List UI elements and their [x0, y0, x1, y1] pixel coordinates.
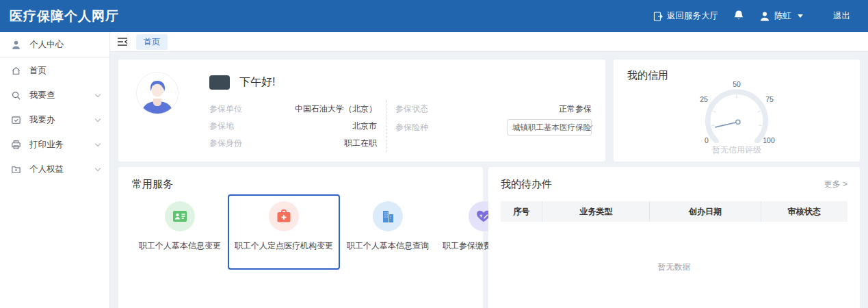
sidebar-item-query[interactable]: 我要查 [0, 83, 109, 107]
gauge-tick-75: 75 [765, 95, 774, 103]
home-icon [11, 66, 21, 76]
sidebar-item-label: 首页 [29, 65, 100, 77]
printer-icon [11, 140, 21, 150]
chevron-down-icon [95, 165, 101, 170]
profile-body: 下午好! 参保单位 中国石油大学（北京） 参保地 北京市 [209, 72, 592, 162]
gauge-tick-50: 50 [733, 80, 741, 88]
sidebar-item-label: 打印业务 [29, 139, 88, 151]
more-link[interactable]: 更多 > [824, 179, 847, 190]
insurance-type-select[interactable]: 城镇职工基本医疗保险 [507, 119, 592, 136]
todo-title: 我的待办件 [501, 178, 552, 191]
service-basic-info-query[interactable]: 职工个人基本信息查询 [340, 194, 436, 270]
chevron-down-icon [798, 14, 803, 18]
gauge-tick-25: 25 [700, 95, 708, 103]
selected-option: 城镇职工基本医疗保险 [512, 123, 591, 133]
field-insured-status: 参保状态 正常参保 [395, 101, 592, 118]
field-label: 参保地 [209, 120, 234, 132]
sidebar-item-label: 我要办 [29, 114, 88, 126]
field-insured-place: 参保地 北京市 [209, 118, 377, 135]
services-title: 常用服务 [132, 178, 473, 191]
column-header-status: 审核状态 [761, 201, 847, 222]
notification-bell-icon[interactable] [733, 10, 744, 23]
field-insured-identity: 参保身份 职工在职 [209, 135, 377, 152]
credit-card: 我的信用 0 25 50 75 100 暂无信用评级 [614, 60, 860, 162]
profile-card: 下午好! 参保单位 中国石油大学（北京） 参保地 北京市 [118, 60, 605, 162]
sidebar-item-label: 我要查 [29, 90, 88, 101]
username: 陈虹 [774, 10, 791, 22]
gauge-tick-100: 100 [763, 136, 775, 143]
user-icon [759, 11, 770, 22]
chevron-down-icon [95, 140, 101, 146]
menu-fold-icon[interactable] [117, 37, 128, 47]
sidebar-item-home[interactable]: 首页 [0, 58, 109, 83]
service-basic-info-change[interactable]: 职工个人基本信息变更 [132, 194, 228, 270]
folder-check-icon [11, 115, 21, 125]
building-icon [373, 201, 403, 231]
column-header-seq: 序号 [501, 201, 542, 222]
services-card: 常用服务 职工个人基本信息变更 职工个人定点医疗机构变更 [118, 167, 483, 308]
folder-plus-icon [11, 164, 21, 175]
return-hall-icon [653, 12, 663, 21]
profile-right-column: 参保状态 正常参保 参保险种 城镇职工基本医疗保险 [386, 101, 592, 152]
field-insurance-type: 参保险种 城镇职工基本医疗保险 [395, 118, 592, 137]
column-header-type: 业务类型 [542, 201, 650, 222]
profile-left-column: 参保单位 中国石油大学（北京） 参保地 北京市 参保身份 职工在职 [209, 101, 386, 152]
field-label: 参保身份 [209, 138, 242, 149]
tabbar: 首页 [110, 32, 868, 52]
sidebar-item-handle[interactable]: 我要办 [0, 107, 109, 132]
service-items: 职工个人基本信息变更 职工个人定点医疗机构变更 职工个人基本信息查询 [132, 194, 473, 270]
greeting-text: 下午好! [239, 75, 275, 90]
field-label: 参保单位 [209, 103, 242, 115]
app-title: 医疗保障个人网厅 [10, 8, 119, 25]
id-card-icon [165, 201, 195, 231]
search-icon [11, 90, 21, 101]
person-icon [11, 40, 21, 50]
service-label: 职工个人基本信息查询 [344, 240, 432, 252]
main-content: 下午好! 参保单位 中国石油大学（北京） 参保地 北京市 [110, 52, 868, 308]
app-header: 医疗保障个人网厅 返回服务大厅 陈虹 退出 [0, 0, 868, 32]
user-menu[interactable]: 陈虹 [759, 10, 803, 22]
page: 医疗保障个人网厅 返回服务大厅 陈虹 退出 [0, 0, 868, 308]
sidebar-item-personal-center[interactable]: 个人中心 [0, 32, 109, 58]
column-header-date: 创办日期 [650, 201, 761, 222]
service-medical-institution-change[interactable]: 职工个人定点医疗机构变更 [228, 194, 340, 270]
redacted-name-block [209, 75, 230, 90]
sidebar-item-label: 个人权益 [29, 164, 88, 175]
field-value: 中国石油大学（北京） [242, 103, 377, 115]
tab-home[interactable]: 首页 [136, 34, 168, 50]
service-label: 职工个人基本信息变更 [136, 240, 224, 252]
todo-card: 我的待办件 更多 > 序号 业务类型 创办日期 审核状态 暂无数据 [488, 167, 860, 308]
field-label: 参保状态 [395, 103, 428, 115]
credit-empty-text: 暂无信用评级 [614, 144, 860, 156]
logout-button[interactable]: 退出 [833, 10, 850, 22]
return-hall-label: 返回服务大厅 [667, 10, 718, 22]
gauge-tick-0: 0 [705, 136, 709, 143]
avatar-wrap [128, 72, 209, 162]
service-label: 职工个人定点医疗机构变更 [232, 240, 336, 252]
chevron-down-icon [95, 116, 101, 121]
header-actions: 返回服务大厅 陈虹 退出 [653, 10, 850, 23]
avatar [136, 72, 179, 114]
sidebar-item-rights[interactable]: 个人权益 [0, 157, 109, 181]
medical-kit-icon [269, 201, 299, 231]
credit-gauge: 0 25 50 75 100 [614, 77, 860, 145]
field-insured-unit: 参保单位 中国石油大学（北京） [209, 101, 377, 118]
field-value: 北京市 [234, 120, 377, 132]
sidebar-item-print[interactable]: 打印业务 [0, 132, 109, 157]
field-value: 正常参保 [428, 103, 592, 115]
todo-table: 序号 业务类型 创办日期 审核状态 [501, 201, 847, 222]
sidebar-menu: 首页 我要查 我要办 打印业务 [0, 58, 109, 181]
sidebar: 个人中心 首页 我要查 我要办 [0, 32, 110, 308]
chevron-down-icon [95, 91, 101, 97]
field-label: 参保险种 [395, 122, 428, 133]
return-hall-button[interactable]: 返回服务大厅 [653, 10, 718, 22]
todo-empty-text: 暂无数据 [501, 261, 847, 273]
field-value: 职工在职 [242, 138, 377, 149]
sidebar-item-label: 个人中心 [29, 39, 64, 51]
